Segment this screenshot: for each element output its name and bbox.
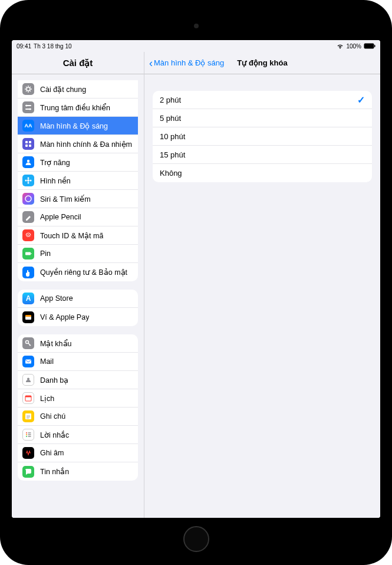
- sidebar-item-display[interactable]: AAMàn hình & Độ sáng: [18, 117, 138, 135]
- siri-icon: [22, 193, 34, 205]
- svg-point-13: [28, 178, 29, 179]
- sidebar-item-battery[interactable]: Pin: [18, 245, 138, 263]
- settings-sidebar: Cài đặt Cài đặt chungTrung tâm điều khiể…: [12, 52, 144, 518]
- sidebar-item-notes[interactable]: Ghi chú: [18, 408, 138, 426]
- sidebar-item-mail[interactable]: Mail: [18, 353, 138, 371]
- svg-point-22: [26, 341, 29, 344]
- sidebar-item-accessibility[interactable]: Trợ năng: [18, 153, 138, 172]
- sidebar-item-general[interactable]: Cài đặt chung: [18, 80, 138, 98]
- sidebar-item-home-screen[interactable]: Màn hình chính & Đa nhiệm: [18, 135, 138, 153]
- sidebar-item-label: App Store: [40, 294, 73, 303]
- wifi-icon: [337, 44, 344, 49]
- sidebar-item-appstore[interactable]: AApp Store: [18, 290, 138, 308]
- autolock-option[interactable]: 15 phút: [153, 146, 372, 164]
- autolock-options: 2 phút✓5 phút10 phút15 phútKhông: [153, 91, 372, 182]
- sidebar-item-label: Danh bạ: [40, 376, 68, 385]
- sidebar-item-voicememos[interactable]: Ghi âm: [18, 444, 138, 462]
- sidebar-item-label: Lịch: [40, 394, 54, 403]
- general-icon: [22, 83, 34, 95]
- sidebar-scroll[interactable]: Cài đặt chungTrung tâm điều khiểnAAMàn h…: [12, 74, 144, 518]
- svg-rect-0: [364, 44, 374, 49]
- autolock-option[interactable]: 10 phút: [153, 127, 372, 146]
- sidebar-item-reminders[interactable]: Lời nhắc: [18, 426, 138, 444]
- wallet-icon: [22, 311, 34, 323]
- sidebar-item-wallet[interactable]: Ví & Apple Pay: [18, 308, 138, 326]
- sidebar-item-label: Mật khẩu: [40, 339, 72, 348]
- autolock-option[interactable]: Không: [153, 164, 372, 182]
- option-label: 15 phút: [160, 150, 185, 159]
- sidebar-item-label: Hình nền: [40, 176, 71, 185]
- passwords-icon: [22, 337, 34, 349]
- option-label: 2 phút: [160, 96, 181, 104]
- sidebar-group: Mật khẩuMailDanh bạLịchGhi chúLời nhắcGh…: [18, 334, 138, 481]
- sidebar-item-label: Lời nhắc: [40, 431, 69, 439]
- check-icon: ✓: [357, 94, 365, 106]
- ipad-frame: 09:41 Th 3 18 thg 10 100% Cài đặt Cài đặ…: [0, 0, 392, 565]
- contacts-icon: [22, 374, 34, 386]
- sidebar-title: Cài đặt: [12, 52, 144, 74]
- accessibility-icon: [22, 156, 34, 168]
- svg-rect-1: [374, 45, 375, 47]
- wallpaper-icon: [22, 175, 34, 186]
- autolock-option[interactable]: 5 phút: [153, 109, 372, 127]
- option-label: 10 phút: [160, 132, 185, 141]
- back-button[interactable]: ‹ Màn hình & Độ sáng: [149, 58, 224, 68]
- sidebar-group: AApp StoreVí & Apple Pay: [18, 290, 138, 326]
- svg-rect-7: [25, 141, 28, 143]
- sidebar-item-wallpaper[interactable]: Hình nền: [18, 172, 138, 190]
- sidebar-item-pencil[interactable]: Apple Pencil: [18, 208, 138, 226]
- sidebar-item-label: Siri & Tìm kiếm: [40, 195, 91, 203]
- reminders-icon: [22, 429, 34, 441]
- svg-point-11: [27, 160, 29, 162]
- sidebar-item-label: Màn hình & Độ sáng: [40, 121, 108, 130]
- sidebar-item-label: Pin: [40, 249, 51, 258]
- detail-nav: ‹ Màn hình & Độ sáng Tự động khóa: [144, 52, 380, 74]
- svg-point-14: [28, 182, 29, 184]
- svg-rect-23: [25, 360, 31, 364]
- svg-rect-18: [25, 252, 31, 255]
- svg-rect-19: [31, 253, 32, 254]
- svg-rect-27: [25, 413, 31, 419]
- sidebar-item-label: Ghi chú: [40, 412, 65, 421]
- sidebar-group: Cài đặt chungTrung tâm điều khiểnAAMàn h…: [18, 80, 138, 281]
- notes-icon: [22, 410, 34, 422]
- sidebar-item-label: Tin nhắn: [40, 467, 69, 476]
- sidebar-item-label: Quyền riêng tư & Bảo mật: [40, 268, 127, 277]
- svg-point-30: [26, 436, 27, 437]
- svg-point-28: [26, 432, 27, 433]
- battery-icon: [22, 248, 34, 259]
- sidebar-item-privacy[interactable]: Quyền riêng tư & Bảo mật: [18, 263, 138, 281]
- battery-icon: [364, 43, 375, 49]
- camera-dot: [194, 24, 199, 28]
- messages-icon: [22, 466, 34, 478]
- svg-rect-10: [29, 144, 31, 147]
- sidebar-item-label: Touch ID & Mật mã: [40, 231, 103, 240]
- sidebar-item-siri[interactable]: Siri & Tìm kiếm: [18, 190, 138, 208]
- sidebar-item-label: Trợ năng: [40, 158, 70, 167]
- sidebar-item-touchid[interactable]: Touch ID & Mật mã: [18, 226, 138, 245]
- mail-icon: [22, 356, 34, 367]
- svg-point-2: [27, 87, 30, 91]
- sidebar-item-calendar[interactable]: Lịch: [18, 389, 138, 408]
- autolock-option[interactable]: 2 phút✓: [153, 91, 372, 109]
- option-label: Không: [160, 169, 182, 178]
- privacy-icon: [22, 267, 34, 278]
- display-icon: AA: [22, 120, 34, 132]
- svg-point-12: [27, 179, 29, 182]
- svg-rect-21: [25, 315, 31, 317]
- sidebar-item-control-center[interactable]: Trung tâm điều khiển: [18, 98, 138, 117]
- appstore-icon: A: [22, 293, 34, 304]
- svg-point-16: [30, 180, 32, 182]
- status-time: 09:41: [17, 43, 31, 50]
- svg-point-5: [25, 104, 27, 106]
- sidebar-item-passwords[interactable]: Mật khẩu: [18, 334, 138, 353]
- option-label: 5 phút: [160, 114, 181, 123]
- svg-point-15: [25, 180, 27, 182]
- sidebar-item-label: Apple Pencil: [40, 213, 81, 221]
- status-bar: 09:41 Th 3 18 thg 10 100%: [12, 40, 380, 52]
- sidebar-item-messages[interactable]: Tin nhắn: [18, 462, 138, 481]
- back-label: Màn hình & Độ sáng: [154, 58, 224, 67]
- sidebar-item-label: Mail: [40, 357, 54, 366]
- home-button[interactable]: [183, 526, 209, 552]
- sidebar-item-contacts[interactable]: Danh bạ: [18, 371, 138, 389]
